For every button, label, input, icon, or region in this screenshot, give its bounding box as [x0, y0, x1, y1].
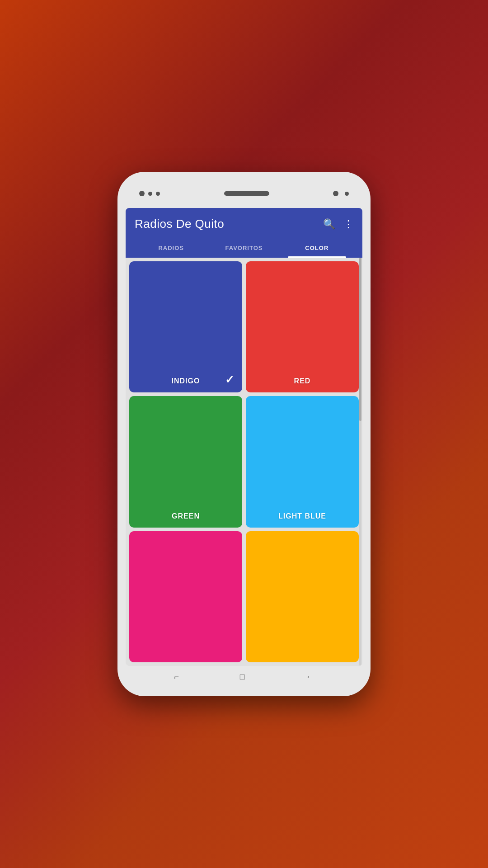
- phone-dots-right: [333, 191, 349, 196]
- sensor-dot2: [156, 192, 160, 196]
- tabs-bar: RADIOS FAVORITOS COLOR: [135, 238, 353, 258]
- color-card-indigo[interactable]: INDIGO ✓: [129, 261, 242, 392]
- more-options-icon[interactable]: ⋮: [343, 219, 353, 229]
- tab-favoritos[interactable]: FAVORITOS: [207, 238, 280, 258]
- home-button[interactable]: □: [240, 672, 245, 682]
- header-icons: 🔍 ⋮: [323, 219, 353, 229]
- sensor-dot: [148, 192, 152, 196]
- scrollbar-thumb[interactable]: [359, 258, 361, 421]
- phone-frame: Radios De Quito 🔍 ⋮ RADIOS FAVORITOS COL…: [117, 172, 371, 696]
- search-icon[interactable]: 🔍: [323, 219, 335, 229]
- front-camera-dot: [333, 191, 338, 196]
- sensor-dot3: [345, 192, 349, 196]
- phone-bottom-bar: ⌐ □ ←: [126, 666, 362, 688]
- color-card-pink[interactable]: [129, 531, 242, 662]
- color-card-light-blue[interactable]: LIGHT BLUE: [246, 396, 359, 527]
- phone-top-bar: [126, 185, 362, 202]
- app-title: Radios De Quito: [135, 217, 224, 231]
- color-grid: INDIGO ✓ RED GREEN LIGHT BLUE: [126, 258, 362, 666]
- header-top: Radios De Quito 🔍 ⋮: [135, 217, 353, 238]
- phone-dots-left: [139, 191, 160, 196]
- color-label-red: RED: [294, 377, 311, 385]
- color-label-light-blue: LIGHT BLUE: [278, 512, 326, 520]
- selected-checkmark: ✓: [225, 373, 234, 386]
- phone-speaker: [224, 191, 269, 196]
- app-header: Radios De Quito 🔍 ⋮ RADIOS FAVORITOS COL…: [126, 208, 362, 258]
- phone-screen: Radios De Quito 🔍 ⋮ RADIOS FAVORITOS COL…: [126, 208, 362, 666]
- color-label-indigo: INDIGO: [172, 377, 200, 385]
- back-button[interactable]: ←: [306, 672, 314, 682]
- color-label-green: GREEN: [172, 512, 200, 520]
- tab-radios[interactable]: RADIOS: [135, 238, 207, 258]
- color-card-amber[interactable]: [246, 531, 359, 662]
- camera-dot: [139, 191, 145, 196]
- color-card-green[interactable]: GREEN: [129, 396, 242, 527]
- tab-color[interactable]: COLOR: [281, 238, 353, 258]
- recents-button[interactable]: ⌐: [174, 672, 179, 682]
- scrollbar-track: [359, 258, 361, 666]
- color-card-red[interactable]: RED: [246, 261, 359, 392]
